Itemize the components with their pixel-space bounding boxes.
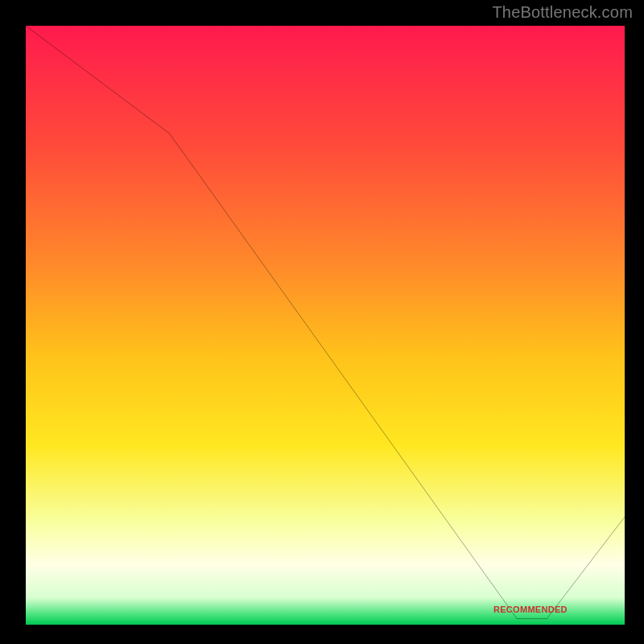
chart-background — [26, 26, 625, 625]
chart-annotation-recommended: RECOMMENDED — [493, 605, 568, 614]
chart-plot-area: RECOMMENDED — [26, 26, 625, 625]
watermark-text: TheBottleneck.com — [492, 3, 633, 22]
chart-svg — [26, 26, 625, 625]
